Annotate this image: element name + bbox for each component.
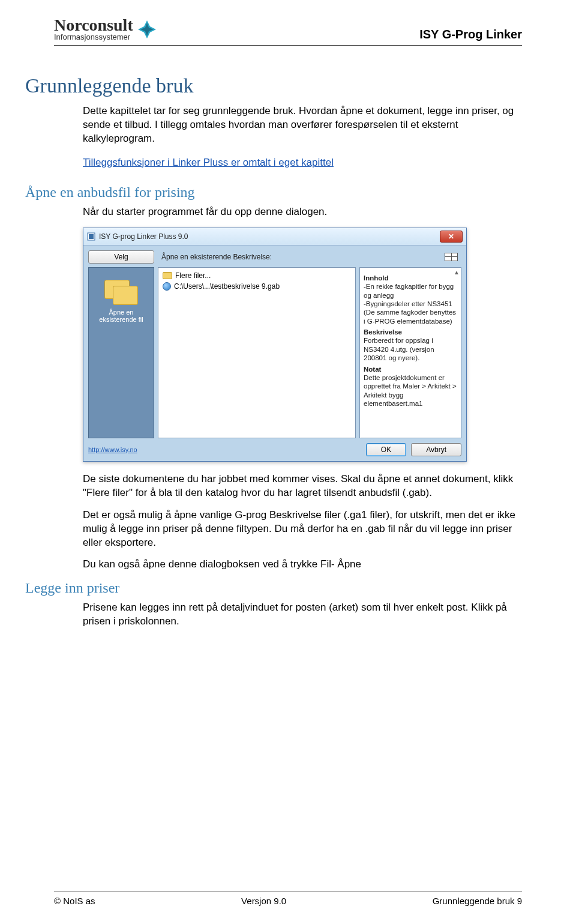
- folder-icon: [163, 272, 172, 279]
- section-open-file: Åpne en anbudsfil for prising: [25, 184, 522, 201]
- footer-right: Grunnleggende bruk 9: [433, 896, 522, 906]
- cancel-button[interactable]: Avbryt: [411, 443, 461, 456]
- paragraph-recent-docs: De siste dokumentene du har jobbet med k…: [83, 473, 522, 500]
- view-mode-icon[interactable]: [445, 253, 458, 261]
- sidebar-open-label: Åpne en eksisterende fil: [92, 309, 150, 323]
- paragraph-priser: Prisene kan legges inn rett på detaljvin…: [83, 601, 522, 629]
- logo-main: Norconsult: [54, 17, 133, 34]
- info-text-beskrivelse: Forberedt for oppslag i NS3420 4.utg. (v…: [364, 336, 457, 362]
- info-panel: ▲ Innhold -En rekke fagkapitler for bygg…: [359, 267, 461, 438]
- footer-left: © NoIS as: [54, 896, 95, 906]
- close-button[interactable]: ✕: [440, 231, 463, 243]
- app-icon: [87, 232, 95, 241]
- dialog-subtitle-bar: Åpne en eksisterende Beskrivelse:: [158, 250, 461, 264]
- section-legge-inn-priser: Legge inn priser: [25, 580, 522, 596]
- logo-icon: [137, 19, 157, 40]
- file-list-item-recent[interactable]: C:\Users\...\testbeskrivelse 9.gab: [161, 281, 353, 292]
- open-file-intro: Når du starter programmet får du opp den…: [83, 205, 522, 219]
- svg-rect-3: [89, 234, 94, 239]
- logo-sub: Informasjonssystemer: [54, 32, 133, 41]
- chapter-title: Grunnleggende bruk: [25, 74, 522, 97]
- file-list[interactable]: Flere filer... C:\Users\...\testbeskrive…: [158, 267, 356, 438]
- velg-button[interactable]: Velg: [88, 250, 154, 264]
- paragraph-ga1-note: Det er også mulig å åpne vanlige G-prog …: [83, 509, 522, 550]
- dialog-title: ISY G-prog Linker Pluss 9.0: [99, 232, 188, 241]
- ok-button[interactable]: OK: [366, 443, 406, 456]
- info-heading-notat: Notat: [364, 365, 457, 373]
- paragraph-menu-open: Du kan også åpne denne dialogboksen ved …: [83, 558, 522, 572]
- file-icon: [163, 282, 171, 291]
- info-heading-innhold: Innhold: [364, 274, 457, 282]
- header-product-title: ISY G-Prog Linker: [419, 28, 522, 41]
- folder-stack-icon: [104, 275, 138, 304]
- logo: Norconsult Informasjonssystemer: [54, 17, 157, 41]
- list-item-label: C:\Users\...\testbeskrivelse 9.gab: [174, 282, 280, 291]
- sidebar-open-existing[interactable]: Åpne en eksisterende fil: [88, 267, 154, 438]
- info-text-notat: Dette prosjektdokument er opprettet fra …: [364, 373, 457, 408]
- file-list-item-more[interactable]: Flere filer...: [161, 270, 353, 281]
- dialog-titlebar: ISY G-prog Linker Pluss 9.0 ✕: [83, 228, 466, 246]
- isy-link[interactable]: http://www.isy.no: [88, 446, 137, 453]
- page-footer: © NoIS as Versjon 9.0 Grunnleggende bruk…: [54, 892, 522, 906]
- info-text-innhold: -En rekke fagkapitler for bygg og anlegg…: [364, 282, 457, 325]
- close-icon: ✕: [448, 232, 454, 241]
- open-file-dialog: ISY G-prog Linker Pluss 9.0 ✕ Velg Åpne …: [83, 228, 467, 462]
- intro-paragraph: Dette kapittelet tar for seg grunnleggen…: [83, 104, 522, 146]
- list-item-label: Flere filer...: [175, 271, 211, 280]
- dialog-subtitle: Åpne en eksisterende Beskrivelse:: [161, 253, 272, 261]
- info-heading-beskrivelse: Beskrivelse: [364, 328, 457, 336]
- footer-center: Versjon 9.0: [241, 896, 286, 906]
- scroll-up-icon[interactable]: ▲: [454, 269, 460, 277]
- svg-marker-1: [140, 23, 154, 36]
- pluss-link[interactable]: Tilleggsfunksjoner i Linker Pluss er omt…: [83, 157, 334, 169]
- page-header: Norconsult Informasjonssystemer ISY G-Pr…: [54, 17, 522, 46]
